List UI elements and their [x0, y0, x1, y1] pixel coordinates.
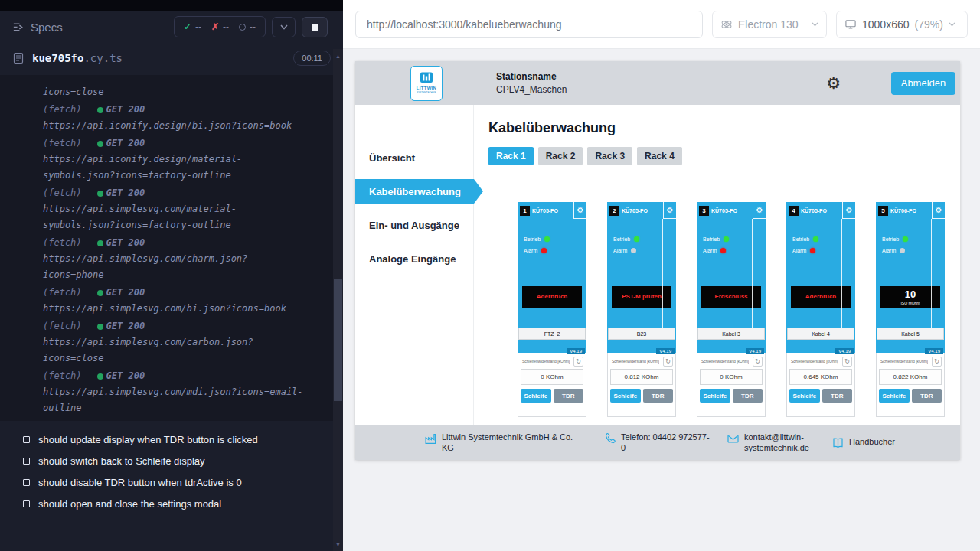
network-log-entry[interactable]: (fetch)GET 200 https://api.simplesvg.com…: [43, 318, 328, 367]
runner-header: Specs ✓ -- ✗ -- --: [0, 11, 343, 43]
device-number: 3: [699, 206, 709, 216]
alarm-led: [900, 248, 905, 253]
test-item[interactable]: should switch back to Schleife display: [0, 450, 343, 471]
fetch-label: (fetch): [43, 287, 82, 298]
viewport-select[interactable]: 1000x660 (79%): [836, 11, 968, 38]
specs-toggle[interactable]: Specs: [12, 21, 63, 34]
email-icon: [727, 432, 740, 445]
url-bar[interactable]: http://localhost:3000/kabelueberwachung: [355, 11, 703, 38]
cable-name: FTZ_2: [518, 328, 586, 340]
station-label: Stationsname: [496, 71, 567, 82]
test-item[interactable]: should open and close the settings modal: [0, 493, 343, 514]
refresh-icon[interactable]: ↻: [573, 357, 583, 367]
device-number: 5: [878, 206, 888, 216]
device-model: KÜ706-FO: [890, 208, 916, 214]
scroll-up-icon[interactable]: ▲: [333, 51, 343, 61]
test-item[interactable]: should disable TDR button when tdrActive…: [0, 471, 343, 493]
window-top-strip: [0, 0, 343, 11]
specs-menu-icon: [12, 21, 24, 33]
tab-rack-3[interactable]: Rack 3: [587, 147, 632, 165]
card-settings-icon[interactable]: ⚙: [663, 202, 676, 219]
tdr-button[interactable]: TDR: [822, 389, 853, 403]
tab-rack-4[interactable]: Rack 4: [637, 147, 682, 165]
network-log-entry[interactable]: (fetch)GET 200 https://api.simplesvg.com…: [43, 185, 328, 233]
firmware-version: V4.19: [656, 348, 675, 354]
runner-scrollbar[interactable]: ▲ ▼: [333, 49, 343, 551]
logout-button[interactable]: Abmelden: [891, 72, 956, 95]
firmware-version: V4.19: [567, 348, 585, 354]
test-state-icon: [23, 458, 30, 465]
sidebar-item-analoge-eingaenge[interactable]: Analoge Eingänge: [355, 242, 473, 276]
sidebar-item-ein-und-ausgaenge[interactable]: Ein- und Ausgänge: [355, 208, 473, 242]
test-state-icon: [23, 479, 30, 486]
test-item[interactable]: should update display when TDR button is…: [0, 429, 343, 450]
stop-button[interactable]: [302, 17, 328, 37]
schleife-button[interactable]: Schleife: [521, 389, 551, 403]
settings-gear-icon[interactable]: ⚙: [826, 75, 841, 91]
card-settings-icon[interactable]: ⚙: [842, 202, 855, 219]
specs-label: Specs: [31, 21, 63, 34]
card-settings-icon[interactable]: ⚙: [932, 202, 945, 219]
station-value: CPLV4_Maschen: [496, 84, 567, 95]
stat-passed: ✓ --: [184, 21, 201, 32]
test-list: should update display when TDR button is…: [0, 421, 343, 514]
card-settings-icon[interactable]: ⚙: [753, 202, 766, 219]
device-card-2: 2 KÜ705-FO ⚙ Betrieb Alarm: [607, 202, 676, 417]
device-cards: 1 KÜ705-FO ⚙ Betrieb Alarm: [518, 202, 960, 417]
tdr-button[interactable]: TDR: [643, 389, 674, 403]
tdr-button[interactable]: TDR: [733, 389, 763, 403]
fetch-label: (fetch): [43, 370, 82, 381]
schleife-button[interactable]: Schleife: [700, 389, 730, 403]
device-model: KÜ705-FO: [622, 208, 648, 214]
rack-tabs: Rack 1 Rack 2 Rack 3 Rack 4: [488, 147, 960, 165]
refresh-icon[interactable]: ↻: [932, 357, 942, 367]
status-dot-icon: [97, 324, 103, 330]
spec-name: kue705fo.cy.ts: [32, 52, 122, 64]
refresh-icon[interactable]: ↻: [663, 357, 673, 367]
fetch-label: (fetch): [43, 237, 82, 248]
schleife-button[interactable]: Schleife: [789, 389, 820, 403]
scroll-down-icon[interactable]: ▼: [333, 539, 343, 549]
device-card-5: 5 KÜ706-FO ⚙ Betrieb Alarm: [876, 202, 945, 417]
fetch-label: (fetch): [43, 104, 82, 115]
phone-icon: [604, 432, 616, 445]
chevron-down-icon: [280, 24, 288, 30]
tdr-button[interactable]: TDR: [912, 389, 942, 403]
fetch-label: (fetch): [43, 138, 82, 148]
schleife-button[interactable]: Schleife: [610, 389, 641, 403]
tab-rack-2[interactable]: Rack 2: [538, 147, 583, 165]
fetch-label: (fetch): [43, 321, 82, 331]
spec-header: kue705fo.cy.ts 00:11: [0, 43, 343, 75]
card-settings-icon[interactable]: ⚙: [573, 202, 586, 219]
command-log: icons=close (fetch)GET 200 https://api.i…: [0, 75, 343, 421]
refresh-icon[interactable]: ↻: [753, 357, 763, 367]
browser-select[interactable]: Electron 130: [712, 11, 827, 38]
cable-name: Kabel 4: [787, 328, 854, 340]
network-log-entry[interactable]: icons=close: [43, 84, 328, 100]
device-card-3: 3 KÜ705-FO ⚙ Betrieb Alarm: [697, 202, 766, 417]
chevron-down-icon: [949, 22, 956, 27]
app-header: LITTWIN SYSTEMTECHNIK Stationsname CPLV4…: [355, 61, 960, 105]
stop-icon: [312, 24, 318, 31]
device-model: KÜ705-FO: [532, 208, 558, 214]
network-log-entry[interactable]: (fetch)GET 200 https://api.iconify.desig…: [43, 135, 328, 184]
network-log-entry[interactable]: (fetch)GET 200 https://api.iconify.desig…: [43, 102, 328, 134]
collapse-button[interactable]: [272, 17, 296, 37]
scrollbar-thumb[interactable]: [334, 279, 342, 401]
url-text: http://localhost:3000/kabelueberwachung: [367, 18, 562, 31]
network-log-entry[interactable]: (fetch)GET 200 https://api.simplesvg.com…: [43, 235, 328, 283]
network-log-entry[interactable]: (fetch)GET 200 https://api.simplesvg.com…: [43, 368, 328, 416]
tdr-button[interactable]: TDR: [554, 389, 584, 403]
sidebar-item-uebersicht[interactable]: Übersicht: [355, 141, 473, 174]
sidebar-item-kabelueberwachung[interactable]: Kabelüberwachung: [355, 179, 483, 204]
device-card-4: 4 KÜ705-FO ⚙ Betrieb Alarm: [786, 202, 855, 417]
network-log-entry[interactable]: (fetch)GET 200 https://api.simplesvg.com…: [43, 285, 328, 317]
littwin-app: LITTWIN SYSTEMTECHNIK Stationsname CPLV4…: [355, 61, 960, 460]
tab-rack-1[interactable]: Rack 1: [488, 147, 534, 165]
fail-icon: ✗: [211, 21, 219, 32]
fetch-label: (fetch): [43, 187, 82, 198]
schleife-button[interactable]: Schleife: [879, 389, 910, 403]
footer-manuals[interactable]: Handbücher: [831, 436, 895, 449]
spec-timer: 00:11: [293, 51, 331, 66]
refresh-icon[interactable]: ↻: [842, 357, 852, 367]
